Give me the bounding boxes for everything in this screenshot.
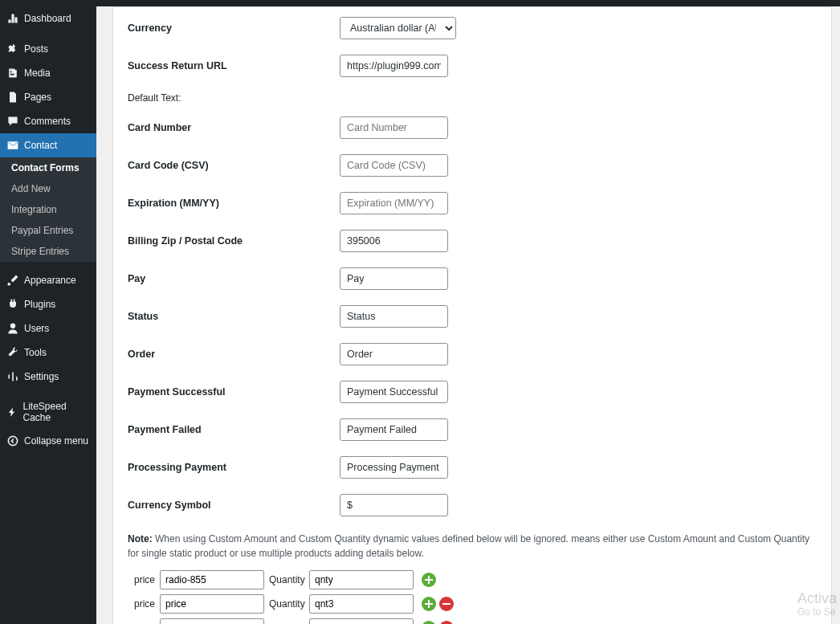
sidebar-item-media[interactable]: Media xyxy=(0,61,96,85)
submenu-stripe-entries[interactable]: Stripe Entries xyxy=(0,241,96,262)
sidebar-item-users[interactable]: Users xyxy=(0,316,96,341)
order-input[interactable] xyxy=(340,343,448,365)
expiration-input[interactable] xyxy=(340,192,448,214)
zip-input[interactable] xyxy=(340,230,448,252)
sidebar-item-label: Users xyxy=(24,323,49,334)
dashboard-icon xyxy=(6,12,19,25)
media-icon xyxy=(6,67,19,80)
status-label: Status xyxy=(128,311,340,322)
sidebar-item-label: Plugins xyxy=(24,299,55,310)
sidebar-item-collapse[interactable]: Collapse menu xyxy=(0,429,96,453)
sidebar-item-posts[interactable]: Posts xyxy=(0,37,96,61)
quantity-input[interactable] xyxy=(309,618,414,624)
product-row: price Quantity xyxy=(128,570,817,589)
failed-input[interactable] xyxy=(340,418,448,441)
sidebar-item-settings[interactable]: Settings xyxy=(0,365,96,389)
sidebar-item-label: Dashboard xyxy=(24,13,71,24)
remove-row-button[interactable] xyxy=(439,621,454,624)
price-label: price xyxy=(128,574,160,585)
price-input[interactable] xyxy=(160,570,264,589)
admin-sidebar: Dashboard Posts Media Pages Comments Con… xyxy=(0,6,96,624)
card-number-label: Card Number xyxy=(128,122,340,133)
return-url-input[interactable] xyxy=(340,55,448,77)
sidebar-item-tools[interactable]: Tools xyxy=(0,341,96,365)
currency-select[interactable]: Australian dollar (AUD) xyxy=(340,17,456,39)
success-input[interactable] xyxy=(340,381,448,403)
currency-label: Currency xyxy=(128,22,340,34)
plug-icon xyxy=(6,298,19,311)
submenu-contact-forms[interactable]: Contact Forms xyxy=(0,157,96,178)
remove-row-button[interactable] xyxy=(439,597,454,611)
svg-rect-1 xyxy=(442,603,451,605)
quantity-label: Quantity xyxy=(269,598,309,610)
card-code-label: Card Code (CSV) xyxy=(128,160,340,171)
zip-label: Billing Zip / Postal Code xyxy=(128,235,340,247)
submenu-add-new[interactable]: Add New xyxy=(0,178,96,199)
collapse-icon xyxy=(6,434,19,447)
contact-submenu: Contact Forms Add New Integration Paypal… xyxy=(0,157,96,262)
sidebar-item-label: Appearance xyxy=(24,275,76,286)
processing-input[interactable] xyxy=(340,456,448,479)
quantity-input[interactable] xyxy=(309,594,414,614)
sidebar-item-label: Tools xyxy=(24,347,47,358)
return-url-label: Success Return URL xyxy=(128,60,340,71)
user-icon xyxy=(6,322,19,335)
submenu-integration[interactable]: Integration xyxy=(0,199,96,220)
pin-icon xyxy=(6,43,19,55)
card-code-input[interactable] xyxy=(340,154,448,177)
processing-label: Processing Payment xyxy=(128,462,340,473)
pay-label: Pay xyxy=(128,273,340,284)
sidebar-item-label: Settings xyxy=(24,371,59,382)
pay-input[interactable] xyxy=(340,267,448,290)
mail-icon xyxy=(6,139,19,152)
failed-label: Payment Failed xyxy=(128,424,340,435)
quantity-label: Quantity xyxy=(269,574,309,585)
product-row: price Quantity xyxy=(128,618,817,624)
settings-panel: Currency Australian dollar (AUD) Success… xyxy=(112,6,832,624)
product-row: price Quantity xyxy=(128,594,817,614)
sidebar-item-appearance[interactable]: Appearance xyxy=(0,268,96,292)
price-input[interactable] xyxy=(160,594,264,614)
sidebar-item-label: Media xyxy=(24,67,51,79)
sidebar-item-label: Comments xyxy=(24,116,71,127)
sidebar-item-comments[interactable]: Comments xyxy=(0,109,96,133)
sidebar-item-dashboard[interactable]: Dashboard xyxy=(0,6,96,31)
default-text-heading: Default Text: xyxy=(128,92,817,104)
bolt-icon xyxy=(6,406,18,418)
add-row-button[interactable] xyxy=(422,573,436,587)
price-input[interactable] xyxy=(160,618,264,624)
symbol-label: Currency Symbol xyxy=(128,500,340,511)
order-label: Order xyxy=(128,349,340,360)
brush-icon xyxy=(6,274,19,287)
svg-point-0 xyxy=(8,436,17,445)
sidebar-item-pages[interactable]: Pages xyxy=(0,85,96,109)
sidebar-item-label: Pages xyxy=(24,92,51,103)
sidebar-item-plugins[interactable]: Plugins xyxy=(0,292,96,316)
sidebar-item-label: Contact xyxy=(24,140,57,151)
symbol-input[interactable] xyxy=(340,494,448,516)
comment-icon xyxy=(6,115,19,128)
expiration-label: Expiration (MM/YY) xyxy=(128,198,340,209)
quantity-input[interactable] xyxy=(309,570,414,589)
note-1: Note: When using Custom Amount and Custo… xyxy=(128,532,817,561)
admin-bar xyxy=(0,0,840,6)
sidebar-item-label: Collapse menu xyxy=(24,435,88,447)
sidebar-item-label: Posts xyxy=(24,43,48,55)
status-input[interactable] xyxy=(340,305,448,328)
submenu-paypal-entries[interactable]: Paypal Entries xyxy=(0,220,96,241)
add-row-button[interactable] xyxy=(422,621,436,624)
sidebar-item-label: LiteSpeed Cache xyxy=(23,401,90,423)
price-label: price xyxy=(128,598,160,610)
sidebar-item-contact[interactable]: Contact xyxy=(0,133,96,157)
sidebar-item-litespeed[interactable]: LiteSpeed Cache xyxy=(0,395,96,429)
pages-icon xyxy=(6,91,19,104)
add-row-button[interactable] xyxy=(422,597,436,611)
wrench-icon xyxy=(6,346,19,359)
success-label: Payment Successful xyxy=(128,386,340,398)
content-area: Currency Australian dollar (AUD) Success… xyxy=(96,6,840,624)
card-number-input[interactable] xyxy=(340,116,448,139)
settings-icon xyxy=(6,370,19,383)
